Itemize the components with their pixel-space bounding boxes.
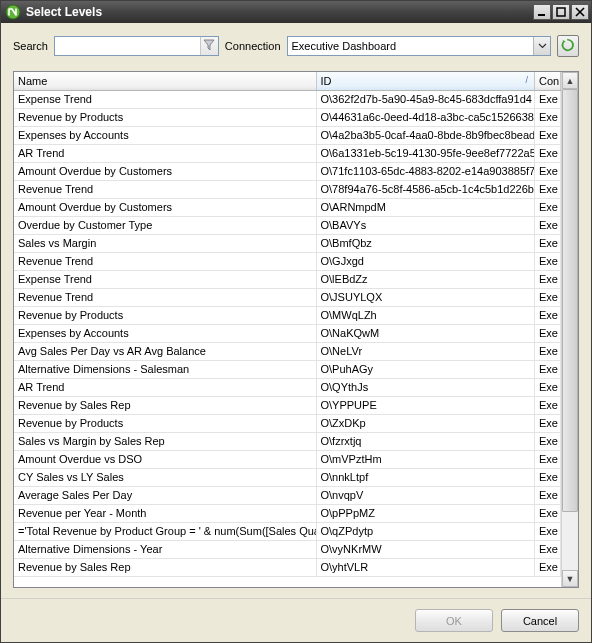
table-row[interactable]: CY Sales vs LY SalesO\nnkLtpfExe [14,468,561,486]
table-row[interactable]: Expense TrendO\lEBdZzExe [14,270,561,288]
column-header-connection[interactable]: Con [535,72,561,90]
cell-conn: Exe [535,396,561,414]
table-row[interactable]: Revenue by ProductsO\44631a6c-0eed-4d18-… [14,108,561,126]
cell-id: O\QYthJs [316,378,535,396]
cell-id: O\4a2ba3b5-0caf-4aa0-8bde-8b9fbec8bead [316,126,535,144]
levels-table-frame: Name ID / Con Expense TrendO\362f2d7b-5a… [13,71,579,588]
cell-conn: Exe [535,198,561,216]
cell-id: O\BmfQbz [316,234,535,252]
table-row[interactable]: Alternative Dimensions - SalesmanO\PuhAG… [14,360,561,378]
cell-conn: Exe [535,306,561,324]
column-header-name[interactable]: Name [14,72,316,90]
table-row[interactable]: AR TrendO\QYthJsExe [14,378,561,396]
cell-conn: Exe [535,414,561,432]
cell-name: Amount Overdue vs DSO [14,450,316,468]
cancel-button[interactable]: Cancel [501,609,579,632]
cell-name: Expense Trend [14,270,316,288]
svg-point-0 [6,5,20,19]
cell-conn: Exe [535,432,561,450]
window-title: Select Levels [26,5,533,19]
connection-label: Connection [225,40,281,52]
cell-id: O\qZPdytp [316,522,535,540]
connection-select-value: Executive Dashboard [288,40,533,52]
table-row[interactable]: Expenses by AccountsO\4a2ba3b5-0caf-4aa0… [14,126,561,144]
table-row[interactable]: Amount Overdue by CustomersO\71fc1103-65… [14,162,561,180]
search-field-wrap [54,36,219,56]
cell-id: O\nnkLtpf [316,468,535,486]
cell-name: Revenue by Sales Rep [14,558,316,576]
cell-id: O\362f2d7b-5a90-45a9-8c45-683dcffa91d4 [316,90,535,108]
cell-name: Alternative Dimensions - Year [14,540,316,558]
table-row[interactable]: Revenue by ProductsO\MWqLZhExe [14,306,561,324]
connection-select[interactable]: Executive Dashboard [287,36,551,56]
refresh-icon [561,38,575,54]
table-row[interactable]: Sales vs Margin by Sales RepO\fzrxtjqExe [14,432,561,450]
cell-conn: Exe [535,216,561,234]
connection-dropdown-button[interactable] [533,37,550,55]
scrollbar-thumb[interactable] [562,89,578,512]
cell-conn: Exe [535,324,561,342]
cell-name: ='Total Revenue by Product Group = ' & n… [14,522,316,540]
table-row[interactable]: Amount Overdue by CustomersO\ARNmpdMExe [14,198,561,216]
titlebar: Select Levels [1,1,591,23]
table-row[interactable]: Sales vs MarginO\BmfQbzExe [14,234,561,252]
table-row[interactable]: Alternative Dimensions - YearO\vyNKrMWEx… [14,540,561,558]
refresh-button[interactable] [557,35,579,57]
toolbar: Search Connection Executive Dashboard [13,35,579,57]
table-row[interactable]: Expenses by AccountsO\NaKQwMExe [14,324,561,342]
search-filter-button[interactable] [200,37,218,55]
cell-id: O\44631a6c-0eed-4d18-a3bc-ca5c1526638 [316,108,535,126]
table-row[interactable]: Revenue TrendO\78f94a76-5c8f-4586-a5cb-1… [14,180,561,198]
column-header-id[interactable]: ID / [316,72,535,90]
cell-name: Revenue by Products [14,414,316,432]
table-row[interactable]: Avg Sales Per Day vs AR Avg BalanceO\NeL… [14,342,561,360]
cell-name: AR Trend [14,378,316,396]
table-row[interactable]: Amount Overdue vs DSOO\mVPztHmExe [14,450,561,468]
cell-id: O\BAVYs [316,216,535,234]
cell-conn: Exe [535,234,561,252]
cell-conn: Exe [535,558,561,576]
dialog-body: Search Connection Executive Dashboard [1,23,591,642]
cell-conn: Exe [535,468,561,486]
close-button[interactable] [571,4,589,20]
cell-id: O\71fc1103-65dc-4883-8202-e14a903885f7 [316,162,535,180]
table-row[interactable]: Revenue by Sales RepO\YPPUPEExe [14,396,561,414]
cell-id: O\GJxgd [316,252,535,270]
scroll-up-button[interactable]: ▲ [562,72,578,89]
scroll-down-button[interactable]: ▼ [562,570,578,587]
scrollbar-track[interactable] [562,89,578,570]
cell-conn: Exe [535,378,561,396]
funnel-icon [203,39,215,53]
ok-button[interactable]: OK [415,609,493,632]
cell-name: Alternative Dimensions - Salesman [14,360,316,378]
cell-id: O\PuhAGy [316,360,535,378]
cell-name: Expenses by Accounts [14,324,316,342]
cell-name: Expense Trend [14,90,316,108]
chevron-down-icon [538,40,547,52]
table-row[interactable]: ='Total Revenue by Product Group = ' & n… [14,522,561,540]
cell-name: Revenue by Products [14,306,316,324]
window-controls [533,4,589,20]
table-row[interactable]: Revenue by ProductsO\ZxDKpExe [14,414,561,432]
cell-conn: Exe [535,360,561,378]
cell-id: O\fzrxtjq [316,432,535,450]
table-row[interactable]: Expense TrendO\362f2d7b-5a90-45a9-8c45-6… [14,90,561,108]
table-row[interactable]: AR TrendO\6a1331eb-5c19-4130-95fe-9ee8ef… [14,144,561,162]
dialog-window: Select Levels Search [0,0,592,643]
cell-name: AR Trend [14,144,316,162]
minimize-button[interactable] [533,4,551,20]
table-row[interactable]: Overdue by Customer TypeO\BAVYsExe [14,216,561,234]
table-row[interactable]: Revenue TrendO\JSUYLQXExe [14,288,561,306]
vertical-scrollbar[interactable]: ▲ ▼ [561,72,578,587]
cell-conn: Exe [535,288,561,306]
search-input[interactable] [54,36,219,56]
table-row[interactable]: Revenue per Year - MonthO\pPPpMZExe [14,504,561,522]
maximize-button[interactable] [552,4,570,20]
table-row[interactable]: Revenue by Sales RepO\yhtVLRExe [14,558,561,576]
sort-indicator-icon: / [525,75,528,85]
levels-table-scroll: Name ID / Con Expense TrendO\362f2d7b-5a… [14,72,561,587]
cell-conn: Exe [535,252,561,270]
cell-name: Sales vs Margin [14,234,316,252]
table-row[interactable]: Average Sales Per DayO\nvqpVExe [14,486,561,504]
table-row[interactable]: Revenue TrendO\GJxgdExe [14,252,561,270]
